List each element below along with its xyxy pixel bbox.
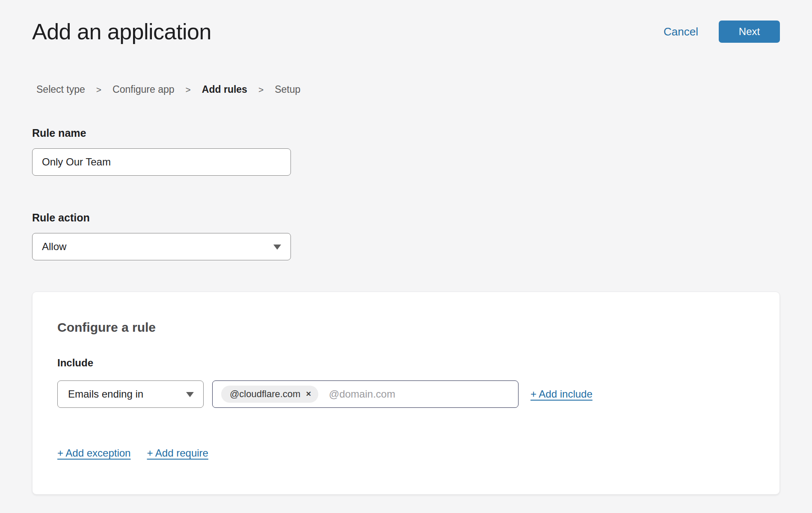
email-domain-input[interactable]: [329, 388, 513, 400]
add-exception-link[interactable]: + Add exception: [57, 447, 130, 459]
page-title: Add an application: [32, 19, 211, 44]
breadcrumb: Select type > Configure app > Add rules …: [36, 84, 780, 95]
breadcrumb-step-setup[interactable]: Setup: [275, 84, 300, 95]
include-value-tag-input[interactable]: @cloudflare.com ✕: [212, 380, 519, 408]
rule-extra-links: + Add exception + Add require: [57, 447, 755, 459]
chip-remove-icon[interactable]: ✕: [305, 391, 311, 398]
rule-action-selected-value: Allow: [42, 241, 66, 253]
include-rule-row: Emails ending in @cloudflare.com ✕ + Add…: [57, 380, 755, 408]
rule-name-input[interactable]: [32, 148, 291, 176]
include-selector-value: Emails ending in: [68, 388, 143, 400]
rule-name-label: Rule name: [32, 127, 780, 139]
breadcrumb-separator: >: [258, 85, 264, 95]
email-domain-chip: @cloudflare.com ✕: [221, 386, 318, 403]
card-title: Configure a rule: [57, 320, 755, 335]
rule-action-select[interactable]: Allow: [32, 233, 291, 260]
rule-action-label: Rule action: [32, 212, 780, 224]
include-label: Include: [57, 357, 755, 369]
chip-label: @cloudflare.com: [230, 389, 300, 400]
configure-rule-card: Configure a rule Include Emails ending i…: [32, 292, 780, 495]
add-require-link[interactable]: + Add require: [147, 447, 208, 459]
header-actions: Cancel Next: [664, 21, 780, 43]
breadcrumb-separator: >: [186, 85, 191, 95]
include-selector-select[interactable]: Emails ending in: [57, 380, 204, 408]
chevron-down-icon: [186, 392, 194, 397]
next-button[interactable]: Next: [719, 21, 780, 43]
add-include-link[interactable]: + Add include: [530, 388, 593, 400]
chevron-down-icon: [273, 245, 281, 250]
breadcrumb-step-add-rules[interactable]: Add rules: [202, 84, 247, 95]
breadcrumb-separator: >: [96, 85, 101, 95]
add-application-page: Add an application Cancel Next Select ty…: [0, 0, 812, 495]
page-header: Add an application Cancel Next: [32, 0, 780, 44]
breadcrumb-step-configure-app[interactable]: Configure app: [113, 84, 175, 95]
breadcrumb-step-select-type[interactable]: Select type: [36, 84, 85, 95]
cancel-button[interactable]: Cancel: [664, 25, 698, 38]
